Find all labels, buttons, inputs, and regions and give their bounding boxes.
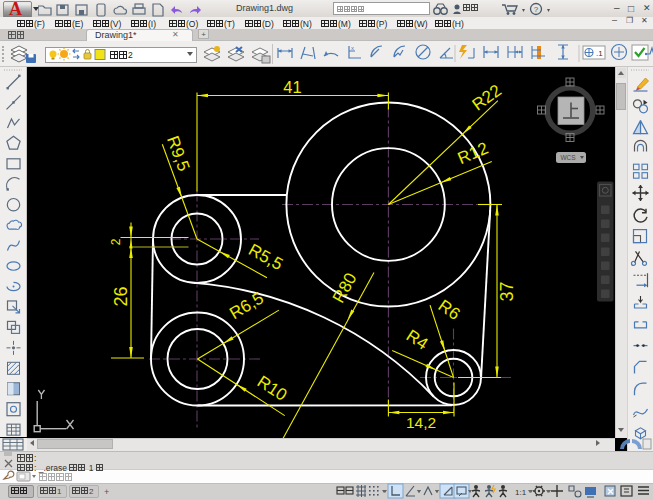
- svg-text:2: 2: [109, 238, 123, 245]
- svg-text:x: x: [351, 45, 354, 51]
- svg-text:?: ?: [534, 5, 539, 14]
- svg-text:.1: .1: [596, 49, 603, 58]
- svg-text:26: 26: [111, 286, 131, 306]
- svg-text:41: 41: [283, 78, 301, 96]
- svg-text:37: 37: [497, 281, 517, 301]
- svg-text:1:1: 1:1: [515, 487, 527, 496]
- svg-text:14,2: 14,2: [406, 413, 436, 430]
- svg-text:WCS: WCS: [560, 154, 576, 161]
